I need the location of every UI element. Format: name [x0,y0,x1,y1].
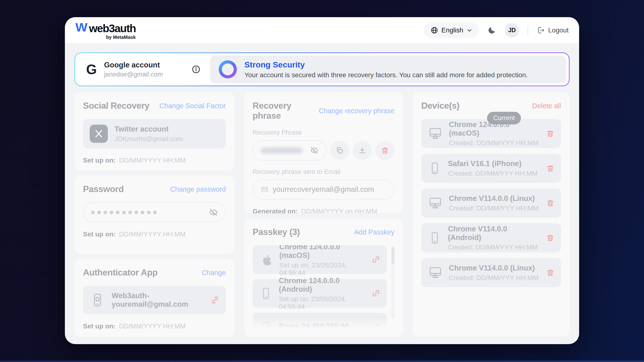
list-fade-overlay [252,317,394,328]
twitter-account-item: Twitter account JDKmurthi@gmail.com [83,119,226,148]
device-title: Safari V16.1 (iPhone) [448,159,538,168]
passkey-card: Passkey (3) Add Passkey [244,219,403,337]
delete-all-devices-link[interactable]: Delete all [532,102,561,110]
chevron-down-icon [466,27,472,33]
change-social-factor-link[interactable]: Change Social Factor [159,102,226,110]
authenticator-title: Authenticator App [83,268,158,278]
device-meta: Created: DD/MM/YYY HH:MM [448,244,540,251]
passkey-scrollbar[interactable] [392,247,394,319]
account-provider-title: Google account [104,61,163,69]
device-row: Chrome V114.0.0 (Linux) Created: DD/MM/Y… [421,189,561,218]
device-meta: Created: DD/MM/YYY HH:MM [449,204,538,212]
download-phrase-button[interactable] [353,141,372,160]
change-authenticator-link[interactable]: Change [202,269,226,277]
mail-icon [261,186,268,193]
social-setup-value: DD/MM/YYYY HH:MM [119,157,186,164]
social-recovery-title: Social Recovery [83,101,149,111]
generated-on-label: Generated on: [252,208,298,213]
recovery-phrase-card: Recovery phrase Change recovery phrase R… [244,92,403,213]
passkey-title: Passkey (3) [252,227,300,237]
device-meta: Created: DD/MM/YYY HH:MM [448,170,538,177]
link-icon[interactable] [372,289,380,298]
device-list: Current Chrome 124.0.0.0 (macOS) Creat [421,119,561,287]
trash-icon[interactable] [546,199,554,207]
change-password-link[interactable]: Change password [170,185,226,193]
password-setup-value: DD/MM/YYYY HH:MM [119,230,186,238]
security-status-title: Strong Security [244,60,528,69]
recovery-phrase-field[interactable] [252,140,326,161]
logo-subtext: by MetaMask [106,35,136,39]
unlink-icon[interactable] [210,296,219,304]
password-card: Password Change password [74,176,234,254]
smartphone-icon [428,231,442,245]
device-title: Chrome V114.0.0 (Android) [448,225,540,242]
header-divider [528,25,528,35]
passkey-scrollbar-thumb[interactable] [392,247,394,264]
trash-icon[interactable] [546,164,554,172]
password-mask-dots [91,211,157,214]
dark-mode-toggle[interactable] [488,26,496,34]
passkey-item-meta: Set up on: 23/05/2024, 04:55:44 [279,295,366,311]
authenticator-setup-value: DD/MM/YYYY HH:MM [119,323,186,330]
devices-card: Device(s) Delete all Current [413,92,570,337]
twitter-item-title: Twitter account [114,125,183,133]
trash-icon[interactable] [546,129,554,137]
password-field[interactable] [83,202,226,222]
language-selector[interactable]: English [424,23,479,38]
web3auth-logo-icon: W [75,21,86,33]
device-row: Safari V16.1 (iPhone) Created: DD/MM/YYY… [421,154,561,183]
google-g-icon: G [86,62,97,76]
devices-title: Device(s) [421,101,460,111]
smartphone-icon [428,161,442,175]
security-status-banner: G Google account janedoe@gmail.com [74,52,570,86]
security-strength-ring-icon [219,60,237,78]
desktop-icon [428,265,443,280]
delete-phrase-button[interactable] [376,141,394,160]
device-meta: Created: DD/MM/YYY HH:MM [449,274,538,282]
link-icon[interactable] [372,255,380,264]
device-row: Chrome V114.0.0 (Android) Created: DD/MM… [421,223,561,252]
passkey-row: Chrome 124.0.0.0 (macOS) Set up on: 23/0… [252,245,387,274]
account-dashboard-modal: W web3auth by MetaMask English [65,17,579,344]
desktop-icon [428,196,443,210]
user-avatar[interactable]: JD [505,23,519,37]
eye-off-icon[interactable] [209,208,218,217]
device-row: Chrome V114.0.0 (Linux) Created: DD/MM/Y… [421,258,561,287]
phone-shield-icon [90,292,105,308]
authenticator-card: Authenticator App Change [74,259,234,337]
social-recovery-card: Social Recovery Change Social Factor Twi… [74,92,234,170]
language-label: English [442,26,464,34]
recovery-email-value: yourrecoveryemail@gmail.com [273,185,374,194]
smartphone-icon [259,287,273,300]
change-recovery-phrase-link[interactable]: Change recovery phrase [319,107,394,115]
logout-icon [537,26,545,34]
logo-text: web3auth [89,23,136,34]
recovery-phrase-title: Recovery phrase [252,101,319,121]
recovery-email-label: Recovery phrase sent to Email [252,168,394,176]
copy-phrase-button[interactable] [330,141,349,160]
eye-off-icon[interactable] [310,146,318,154]
logout-button[interactable]: Logout [537,26,569,34]
authenticator-setup-label: Set up on: [83,323,116,330]
trash-icon[interactable] [546,234,554,242]
trash-icon[interactable] [546,269,554,277]
account-email: janedoe@gmail.com [104,71,163,78]
logout-label: Logout [548,26,569,34]
page-background: W web3auth by MetaMask English [0,0,644,362]
device-meta: Created: DD/MM/YYY HH:MM [449,139,540,147]
recovery-email-field[interactable]: yourrecoveryemail@gmail.com [252,179,394,199]
passkey-item-meta: Set up on: 23/05/2024, 04:55:44 [279,261,366,277]
app-header: W web3auth by MetaMask English [65,17,579,43]
current-device-badge: Current [487,112,521,124]
recovery-phrase-label: Recovery Phrase [252,129,394,136]
header-actions: English JD [424,23,569,38]
bottom-edge-glow [0,361,644,362]
password-title: Password [83,184,124,194]
twitter-item-email: JDKmurthi@gmail.com [114,135,183,143]
add-passkey-link[interactable]: Add Passkey [354,228,394,236]
device-title: Chrome V114.0.0 (Linux) [449,194,538,203]
account-info-button[interactable] [192,65,200,74]
social-setup-label: Set up on: [83,157,116,164]
authenticator-item: Web3auth-youremail@gmal.com [83,286,226,314]
apple-icon [259,253,273,266]
